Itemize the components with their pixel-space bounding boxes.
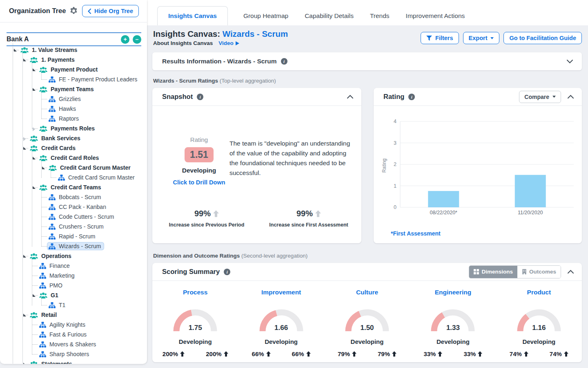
rating-bar-08-22-2020[interactable] <box>428 191 459 207</box>
dimensions-toggle-button[interactable]: Dimensions <box>469 266 517 278</box>
tree-item-fe-payment-product-leaders[interactable]: FE - Payment Product Leaders <box>0 74 147 84</box>
gauge-percent-change: 200% <box>163 350 185 357</box>
tab-group-heatmap[interactable]: Group Heatmap <box>243 6 289 25</box>
info-icon[interactable]: i <box>224 269 230 275</box>
chevron-up-icon[interactable] <box>347 95 353 99</box>
tab-trends[interactable]: Trends <box>369 6 390 25</box>
info-icon[interactable]: i <box>281 58 287 65</box>
tab-improvement-actions[interactable]: Improvement Actions <box>405 6 466 25</box>
tree-item-payment-teams[interactable]: Payment Teams <box>0 84 147 94</box>
tree-item-label: Wizards - Scrum <box>59 243 101 249</box>
collapse-node-icon[interactable] <box>23 314 26 316</box>
tree-item-credit-card-teams[interactable]: Credit Card Teams <box>0 182 147 192</box>
gear-icon[interactable] <box>70 7 78 15</box>
tree-item-label: Agility Knights <box>49 321 85 328</box>
tree-item-agility-knights[interactable]: Agility Knights <box>0 320 147 330</box>
dimension-label-engineering[interactable]: Engineering <box>435 289 472 296</box>
tree-item-retail[interactable]: Retail <box>0 310 147 320</box>
page-title-team: Wizards - Scrum <box>223 29 288 38</box>
collapse-node-icon[interactable] <box>33 88 36 91</box>
tree-item-credit-card-scrum-master[interactable]: Credit Card Scrum Master <box>0 163 147 173</box>
tree-item-credit-card-scrum-master[interactable]: Credit Card Scrum Master <box>0 173 147 182</box>
tree-item-pmo[interactable]: PMO <box>0 280 147 290</box>
expand-node-icon[interactable] <box>23 137 26 141</box>
chevron-up-icon[interactable] <box>568 95 574 99</box>
tree-item-movers-shakers[interactable]: Movers & Shakers <box>0 339 147 349</box>
users-group-icon <box>30 145 38 151</box>
dimension-label-process[interactable]: Process <box>183 289 207 296</box>
collapse-node-icon[interactable] <box>42 166 45 169</box>
tree-item-g1[interactable]: G1 <box>0 290 147 300</box>
tree-item-payment-product[interactable]: Payment Product <box>0 65 147 74</box>
tree-item-crushers-scrum[interactable]: Crushers - Scrum <box>0 222 147 231</box>
collapse-node-icon[interactable] <box>23 58 26 61</box>
collapse-node-icon[interactable] <box>23 363 26 364</box>
dimension-label-improvement[interactable]: Improvement <box>261 289 301 296</box>
sitemap-team-icon <box>49 302 56 308</box>
tree-item-cc-pack-kanban[interactable]: CC Pack - Kanban <box>0 202 147 212</box>
tree-item-sharp-shooters[interactable]: Sharp Shooters <box>0 349 147 359</box>
tree-item-t1[interactable]: T1 <box>0 300 147 310</box>
compare-button[interactable]: Compare <box>519 91 561 103</box>
arrow-up-icon <box>438 351 442 357</box>
tab-capability-details[interactable]: Capability Details <box>304 6 354 25</box>
caret-down-icon <box>490 37 494 39</box>
tree-item-statements[interactable]: Statements <box>0 359 147 364</box>
tree-item-label: Bobcats - Scrum <box>59 194 101 200</box>
tree-item-rapid-scrum[interactable]: Rapid - Scrum <box>0 231 147 241</box>
tree-item-hawks[interactable]: Hawks <box>0 104 147 114</box>
expand-node-icon[interactable] <box>33 127 35 131</box>
video-link[interactable]: Video <box>218 40 239 46</box>
outcomes-toggle-button[interactable]: Outcomes <box>517 266 561 278</box>
tree-item-wizards-scrum[interactable]: Wizards - Scrum <box>0 241 147 251</box>
sitemap-team-icon <box>49 214 56 220</box>
drill-down-link[interactable]: Click to Drill Down <box>161 179 237 186</box>
hide-org-tree-button[interactable]: Hide Org Tree <box>82 5 139 17</box>
facilitation-guide-button[interactable]: Go to Facilitation Guide <box>503 32 582 44</box>
chevron-down-icon[interactable] <box>567 60 573 63</box>
tab-insights-canvas[interactable]: Insights Canvas <box>157 6 228 25</box>
tree-item-raptors[interactable]: Raptors <box>0 114 147 123</box>
tree-item-credit-card-roles[interactable]: Credit Card Roles <box>0 153 147 163</box>
tree-guide-line <box>32 318 32 355</box>
collapse-node-icon[interactable] <box>14 49 17 52</box>
collapse-node-icon[interactable] <box>23 147 26 150</box>
about-insights-link[interactable]: About Insights Canvas <box>153 40 213 46</box>
tree-item-label: Movers & Shakers <box>49 341 96 348</box>
collapse-node-icon[interactable] <box>23 255 26 258</box>
rating-bar-11-20-2020[interactable] <box>515 175 546 207</box>
sitemap-team-icon <box>49 194 56 200</box>
tree-item-bank-services[interactable]: Bank Services <box>0 133 147 143</box>
dimension-label-culture[interactable]: Culture <box>356 289 378 296</box>
gauge-level-label: Developing <box>437 338 470 345</box>
tree-item-bobcats-scrum[interactable]: Bobcats - Scrum <box>0 192 147 202</box>
tree-item-grizzlies[interactable]: Grizzlies <box>0 94 147 104</box>
dimension-label-product[interactable]: Product <box>527 289 551 296</box>
first-assessment-footnote[interactable]: *First Assessment <box>391 230 441 237</box>
tree-item-credit-cards[interactable]: Credit Cards <box>0 143 147 153</box>
tree-item-code-cutters-scrum[interactable]: Code Cutters - Scrum <box>0 212 147 222</box>
collapse-node-icon[interactable] <box>33 186 36 189</box>
tree-item-1-payments[interactable]: 1. Payments <box>0 55 147 65</box>
collapse-node-icon[interactable] <box>33 157 36 159</box>
sitemap-team-icon <box>39 283 46 289</box>
snapshot-title-text: Snapshot <box>162 93 193 101</box>
info-icon[interactable]: i <box>408 94 415 100</box>
tree-guide-line <box>32 259 32 305</box>
users-group-icon <box>39 67 47 73</box>
chevron-up-icon[interactable] <box>568 270 574 274</box>
tree-item-1-value-streams[interactable]: 1. Value Streams <box>0 45 147 55</box>
filters-button[interactable]: Filters <box>421 32 459 44</box>
tree-item-label: Grizzlies <box>59 96 81 102</box>
tree-connector <box>51 177 56 178</box>
collapse-node-icon[interactable] <box>33 294 36 297</box>
tree-item-payments-roles[interactable]: Payments Roles <box>0 123 147 133</box>
info-icon[interactable]: i <box>197 94 203 100</box>
tree-item-fast-furious[interactable]: Fast & Furious <box>0 330 147 339</box>
export-button-label: Export <box>469 35 488 41</box>
collapse-node-icon[interactable] <box>33 68 36 71</box>
tree-item-finance[interactable]: Finance <box>0 261 147 271</box>
tree-item-marketing[interactable]: Marketing <box>0 271 147 280</box>
tree-item-operations[interactable]: Operations <box>0 251 147 261</box>
export-button[interactable]: Export <box>463 32 500 44</box>
